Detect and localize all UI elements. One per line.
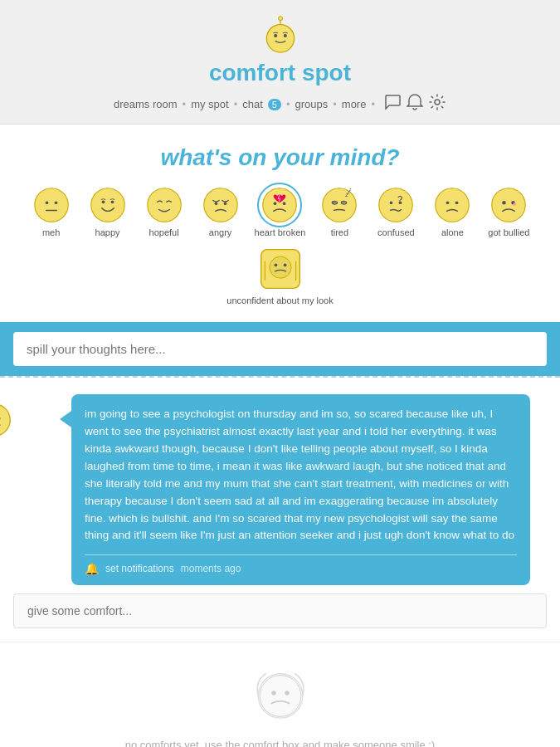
post-card: im going to see a psychologist on thursd… [71,394,530,585]
settings-icon[interactable] [428,93,446,115]
thought-input[interactable] [13,332,547,366]
emotion-alone[interactable]: alone [430,186,475,237]
emotion-unconfident-label: unconfident about my look [226,295,333,305]
site-title: comfort spot [0,60,560,86]
emotion-got-bullied[interactable]: got bullied [486,186,531,237]
nav-sep-1: • [183,98,187,110]
svg-point-35 [492,188,525,222]
no-comforts-section: no comforts yet. use the comfort box and… [0,642,560,747]
emotion-happy-label: happy [95,227,120,237]
emotion-tired[interactable]: z z z tired [317,186,362,237]
section-heading: what's on your mind? [17,144,543,171]
svg-point-31 [399,201,401,203]
post-section: im going to see a psychologist on thursd… [0,378,560,585]
svg-point-40 [269,256,290,278]
emotion-confused-label: confused [377,227,415,237]
emotion-alone-label: alone [441,227,464,237]
no-comforts-icon [247,659,314,725]
emotion-happy[interactable]: happy [85,186,130,237]
svg-point-49 [260,676,301,717]
emotion-hopeful[interactable]: hopeful [142,186,187,237]
svg-point-8 [54,201,57,204]
svg-point-6 [34,188,67,222]
svg-point-17 [263,188,296,222]
nav-groups[interactable]: groups [295,98,328,110]
nav-sep-2: • [234,98,238,110]
svg-point-41 [274,263,277,266]
svg-point-7 [45,201,48,204]
svg-point-4 [278,17,282,21]
bell-icon[interactable] [407,93,423,115]
post-avatar [0,403,12,437]
svg-point-5 [435,100,440,105]
svg-point-51 [285,691,289,696]
svg-text:z: z [348,188,352,192]
nav-chat[interactable]: chat [242,98,263,110]
bell-icon: 🔔 [85,562,99,575]
emotion-got-bullied-label: got bullied [488,227,529,237]
nav-dreams-room[interactable]: dreams room [114,98,178,110]
nav-sep-3: • [286,98,290,110]
emotion-angry[interactable]: angry [198,186,243,237]
nav-my-spot[interactable]: my spot [191,98,229,110]
svg-point-29 [390,201,393,204]
no-comforts-text: no comforts yet. use the comfort box and… [13,739,547,747]
post-arrow [60,411,71,427]
set-notifications-link[interactable]: set notifications [105,563,174,574]
svg-point-12 [110,200,114,203]
comfort-section [0,585,560,642]
post-text: im going to see a psychologist on thursd… [85,406,517,544]
svg-point-18 [274,202,277,205]
emotion-confused[interactable]: confused [373,186,418,237]
svg-point-16 [223,202,226,205]
emotion-hopeful-label: hopeful [149,227,179,237]
svg-point-15 [214,202,217,205]
nav-more[interactable]: more [342,98,367,110]
nav-bar: dreams room • my spot • chat 5 • groups … [0,93,560,115]
emotion-heart-broken-label: heart broken [255,227,306,237]
header-icon-group [383,93,446,115]
svg-point-36 [503,201,507,205]
svg-point-0 [266,25,294,52]
main-content: what's on your mind? meh [0,124,560,747]
logo [260,15,301,56]
svg-point-34 [455,201,459,204]
svg-point-13 [147,188,180,222]
svg-point-1 [274,34,277,37]
emotion-angry-label: angry [209,227,232,237]
svg-point-38 [514,203,517,206]
svg-point-20 [323,188,356,222]
svg-point-14 [203,188,236,222]
svg-point-19 [283,202,286,205]
emotion-meh[interactable]: meh [29,186,74,237]
thought-section [0,322,560,376]
nav-sep-5: • [371,98,375,110]
post-time: moments ago [181,563,241,574]
svg-point-10 [90,188,124,222]
post-footer: 🔔 set notifications moments ago [85,554,517,575]
svg-point-50 [271,691,275,696]
emotion-meh-label: meh [42,227,60,237]
svg-point-2 [283,34,286,37]
emotion-heart-broken[interactable]: heart broken [255,186,306,237]
chat-icon[interactable] [383,94,402,115]
svg-point-28 [379,188,412,222]
header: comfort spot dreams room • my spot • cha… [0,0,560,124]
svg-point-42 [283,263,286,266]
emotions-grid: meh happy [17,186,543,237]
svg-point-45 [0,404,10,437]
post-outer: im going to see a psychologist on thursd… [13,394,547,585]
emotion-tired-label: tired [331,227,348,237]
nav-sep-4: • [333,98,337,110]
svg-point-32 [436,188,469,222]
comfort-input[interactable] [13,593,547,628]
chat-badge: 5 [268,99,281,110]
emotion-unconfident[interactable]: unconfident about my look [17,246,543,305]
svg-point-33 [446,201,450,204]
svg-point-11 [101,200,105,203]
whats-on-mind-section: what's on your mind? meh [0,124,560,322]
